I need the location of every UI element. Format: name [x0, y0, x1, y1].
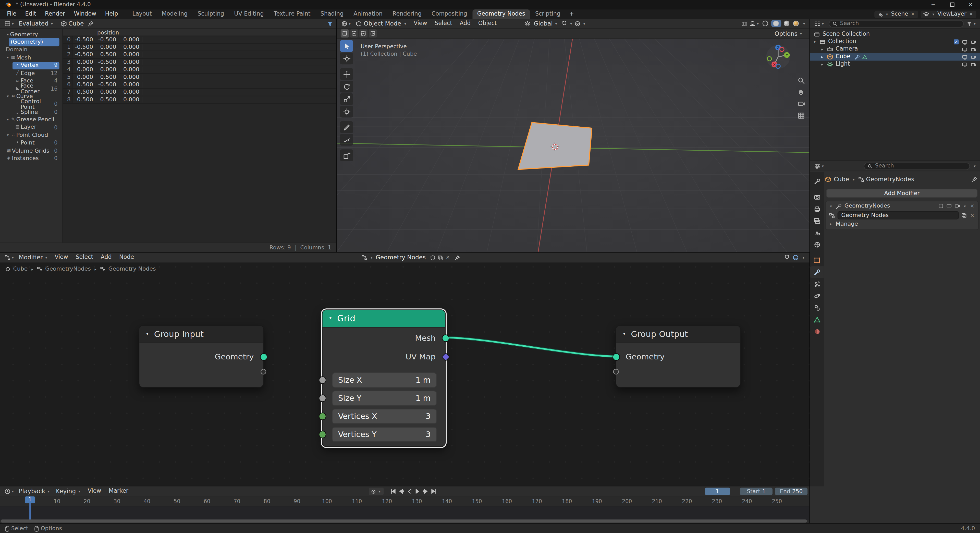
fake-user-shield-icon[interactable]	[430, 255, 436, 260]
workspace-tab[interactable]: Layout	[127, 10, 157, 19]
viewlayer-selector[interactable]: ▾ ViewLayer ×	[921, 10, 976, 18]
properties-tab-modifiers[interactable]	[810, 266, 824, 278]
tree-vertex-item[interactable]: •Vertex9	[13, 62, 59, 69]
jump-to-start-button[interactable]	[390, 488, 396, 495]
manage-subpanel[interactable]: ▸ Manage	[826, 220, 978, 229]
play-button[interactable]	[414, 488, 421, 495]
tree-layer-item[interactable]: ▤Layer0	[13, 124, 59, 131]
hide-render-icon[interactable]	[970, 54, 976, 60]
node-editor-menu-item[interactable]: Add	[97, 255, 116, 260]
gizmo-x-neg[interactable]	[780, 47, 784, 52]
properties-tab-object[interactable]	[810, 255, 824, 267]
play-reverse-button[interactable]	[406, 488, 412, 495]
node-context-dropdown[interactable]: Modifier ▾	[16, 254, 51, 260]
table-row[interactable]: 6 0.500 -0.500 0.000	[63, 81, 336, 89]
viewport-menu-item[interactable]: Select	[431, 21, 456, 26]
socket-virtual[interactable]	[613, 369, 619, 374]
tree-geometry-item[interactable]: (Geometry)	[9, 38, 59, 46]
tree-grease-pencil-section[interactable]: ▾✎Grease Pencil	[4, 116, 59, 124]
tool-annotate[interactable]	[340, 121, 353, 133]
node-group-input[interactable]: ▾ Group Input Geometry	[139, 325, 264, 388]
tree-geometry-section[interactable]: ▾Geometry	[4, 31, 59, 38]
node-grid-header[interactable]: ▾ Grid	[323, 310, 445, 328]
tree-mesh-section[interactable]: ▾▦Mesh	[4, 54, 59, 62]
properties-tab-tool[interactable]	[810, 176, 824, 188]
workspace-tab[interactable]: UV Editing	[229, 10, 269, 19]
dataset-dropdown[interactable]: Evaluated ▾	[16, 21, 57, 26]
table-row[interactable]: 3 0.000 -0.500 0.000	[63, 59, 336, 66]
socket-uvmap-output[interactable]	[441, 353, 450, 361]
properties-tab-material[interactable]	[810, 326, 824, 338]
socket-geometry-output[interactable]	[260, 353, 267, 361]
hide-viewport-icon[interactable]	[962, 62, 967, 67]
table-row[interactable]: 1 -0.500 0.000 0.000	[63, 44, 336, 51]
properties-tab-data[interactable]	[810, 314, 824, 326]
unlink-viewlayer-icon[interactable]: ×	[968, 11, 974, 17]
timeline-scrollbar[interactable]	[0, 519, 807, 522]
tool-options-dropdown[interactable]: Options ▾	[775, 30, 806, 36]
outliner-cube[interactable]: ▸ Cube	[810, 53, 980, 60]
tree-point-cloud-section[interactable]: ▾∴Point Cloud	[4, 131, 59, 139]
editor-type-node-button[interactable]: ▾	[3, 254, 16, 260]
edit-mode-toggle-icon[interactable]	[939, 203, 944, 209]
properties-search-input[interactable]: Search	[864, 162, 970, 170]
table-row[interactable]: 0 -0.500 -0.500 0.000	[63, 36, 336, 44]
breadcrumb-modifier[interactable]: GeometryNodes	[866, 177, 914, 182]
extras-menu-icon[interactable]: ▾	[964, 204, 966, 208]
duplicate-icon[interactable]	[961, 213, 967, 218]
editor-type-outliner-button[interactable]: ▾	[813, 21, 826, 27]
table-column-header[interactable]: position	[63, 29, 336, 36]
collapse-chevron-icon[interactable]: ▾	[329, 316, 332, 321]
pan-hand-icon[interactable]	[797, 88, 805, 97]
current-frame-field[interactable]: 1	[705, 488, 730, 495]
overlays-toggle-icon[interactable]	[792, 255, 799, 261]
filter-funnel-icon[interactable]	[966, 21, 972, 27]
table-row[interactable]: 4 0.000 0.000 0.000	[63, 66, 336, 74]
camera-view-icon[interactable]	[797, 99, 805, 108]
editor-type-properties-button[interactable]: ▾	[813, 163, 826, 169]
menu-item[interactable]: Render	[41, 10, 70, 19]
collapse-chevron-icon[interactable]: ▾	[146, 332, 148, 336]
realtime-toggle-icon[interactable]	[946, 203, 952, 209]
socket-virtual[interactable]	[261, 369, 266, 374]
breadcrumb-modifier[interactable]: GeometryNodes	[45, 266, 91, 272]
socket-vertices-x-input[interactable]	[318, 412, 326, 420]
gizmo-y-neg[interactable]	[767, 57, 772, 61]
tree-edge-item[interactable]: ╱Edge12	[13, 70, 59, 77]
shading-material-icon[interactable]	[784, 21, 790, 26]
timeline-track[interactable]	[0, 506, 809, 520]
collapse-chevron-icon[interactable]: ▾	[623, 332, 625, 336]
node-editor-menu-item[interactable]: View	[51, 255, 72, 260]
filter-funnel-icon[interactable]	[327, 21, 333, 27]
transform-pivot-icon[interactable]	[525, 21, 531, 27]
workspace-tab[interactable]: Animation	[348, 10, 388, 19]
orientation-dropdown[interactable]: Global ▾	[532, 21, 560, 27]
breadcrumb-node-group[interactable]: Geometry Nodes	[108, 266, 156, 272]
new-datablock-icon[interactable]	[438, 255, 443, 260]
table-row[interactable]: 8 0.500 0.500 0.000	[63, 96, 336, 103]
hide-render-icon[interactable]	[970, 39, 976, 45]
node-editor-menu-item[interactable]: Select	[72, 255, 97, 260]
tool-add-primitive[interactable]	[340, 150, 353, 161]
scene-selector[interactable]: ▾ Scene ×	[874, 10, 918, 18]
editor-type-timeline-button[interactable]: ▾	[3, 488, 16, 494]
properties-tab-physics[interactable]	[810, 290, 824, 302]
table-row[interactable]: 2 -0.500 0.500 0.000	[63, 51, 336, 59]
xray-toggle-icon[interactable]	[741, 21, 747, 27]
socket-vertices-y-input[interactable]	[318, 431, 326, 438]
select-mode-invert-icon[interactable]	[369, 29, 377, 38]
breadcrumb-object[interactable]: Cube	[13, 266, 27, 272]
shading-solid-active[interactable]	[771, 20, 781, 27]
minimize-button[interactable]: ─	[924, 0, 942, 10]
tool-measure[interactable]	[340, 134, 353, 146]
socket-size-y-input[interactable]	[318, 395, 326, 402]
auto-keying-toggle[interactable]: ▾	[369, 488, 384, 495]
table-row[interactable]: 7 0.500 0.000 0.000	[63, 89, 336, 96]
modifier-panel-header[interactable]: ▾ GeometryNodes ▾ ×	[826, 201, 978, 211]
frame-start-field[interactable]: Start 1	[740, 488, 773, 495]
viewport-menu-item[interactable]: View	[410, 21, 431, 26]
outliner-camera[interactable]: ▸ Camera	[810, 46, 980, 53]
tool-transform[interactable]	[340, 106, 353, 118]
node-grid[interactable]: ▾ Grid Mesh UV Map Size X 1 m Size Y 1 m…	[322, 309, 445, 447]
editor-type-viewport-button[interactable]: ▾	[340, 21, 353, 27]
